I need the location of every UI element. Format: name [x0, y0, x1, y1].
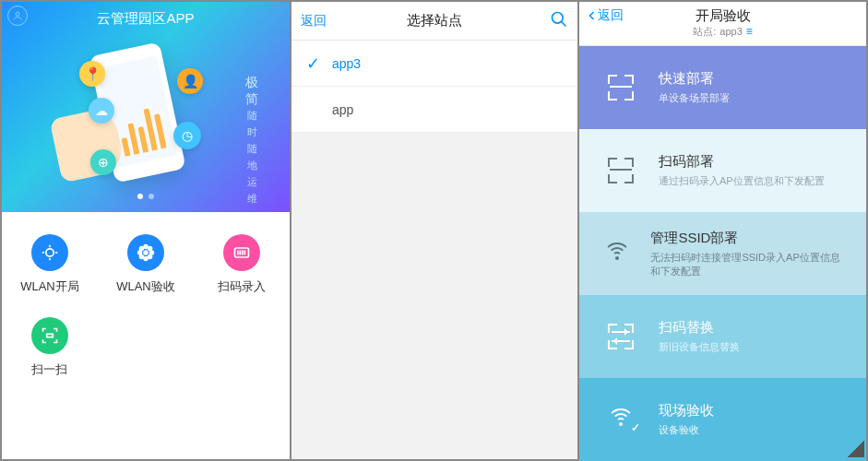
home-tile-3[interactable]: 扫一扫 — [2, 308, 98, 391]
card-title: 现场验收 — [659, 402, 714, 420]
svg-point-0 — [16, 12, 19, 16]
deploy-card-0[interactable]: 快速部署单设备场景部署 — [579, 46, 866, 129]
wifi-check-icon — [600, 408, 642, 431]
site-name: app3 — [332, 56, 361, 71]
home-titlebar: 云管理园区APP — [2, 2, 290, 30]
orb-icon: 📍 — [79, 61, 105, 87]
orb-icon: ◷ — [173, 122, 201, 149]
home-tile-2[interactable]: 扫码录入 — [194, 225, 290, 308]
site-subtitle: 站点:app3 ≡ — [693, 25, 753, 39]
tile-label: WLAN开局 — [20, 278, 79, 295]
card-title: 快速部署 — [659, 70, 730, 88]
site-navbar: 返回 选择站点 — [291, 2, 577, 41]
deploy-card-2[interactable]: 管理SSID部署无法扫码时连接管理SSID录入AP位置信息和下发配置 — [579, 212, 866, 295]
card-subtitle: 无法扫码时连接管理SSID录入AP位置信息和下发配置 — [650, 251, 846, 278]
flower-icon — [127, 234, 164, 271]
svg-rect-16 — [47, 334, 54, 337]
card-subtitle: 通过扫码录入AP位置信息和下发配置 — [659, 174, 825, 188]
barcode-icon — [223, 234, 260, 271]
svg-point-2 — [143, 250, 149, 255]
site-select-panel: 返回 选择站点 ✓app3✓app — [291, 2, 579, 459]
orb-icon: 👤 — [177, 68, 203, 94]
card-subtitle: 单设备场景部署 — [659, 91, 730, 105]
orb-icon: ⊕ — [90, 149, 116, 175]
qr-icon — [31, 317, 68, 354]
card-title: 扫码部署 — [659, 153, 825, 171]
deploy-navbar: 返回 开局验收 站点:app3 ≡ — [579, 2, 866, 46]
home-tile-1[interactable]: WLAN验收 — [98, 225, 194, 308]
site-row[interactable]: ✓app — [291, 87, 577, 133]
scan-bracket-icon — [600, 158, 642, 183]
tile-label: 扫一扫 — [31, 361, 67, 378]
tile-label: WLAN验收 — [116, 278, 175, 295]
orb-icon: ☁ — [89, 98, 114, 124]
deploy-card-3[interactable]: 扫码替换新旧设备信息替换 — [579, 295, 866, 378]
tile-label: 扫码录入 — [218, 278, 266, 295]
scan-icon — [31, 234, 68, 271]
site-name: app — [332, 102, 353, 117]
card-title: 扫码替换 — [659, 319, 740, 337]
back-button[interactable]: 返回 — [587, 7, 624, 24]
scan-bracket-icon — [600, 75, 642, 100]
home-panel: 云管理园区APP 📍 ☁ ⊕ 👤 ◷ 极 简 随 时 随 地 运 维 WLAN开… — [2, 2, 291, 459]
app-title: 云管理园区APP — [97, 10, 194, 28]
page-title: 开局验收 — [696, 7, 751, 25]
svg-point-1 — [46, 249, 54, 256]
svg-point-7 — [139, 246, 145, 252]
site-menu-icon[interactable]: ≡ — [746, 25, 753, 38]
hero-banner: 云管理园区APP 📍 ☁ ⊕ 👤 ◷ 极 简 随 时 随 地 运 维 — [2, 2, 290, 212]
deploy-options: 快速部署单设备场景部署扫码部署通过扫码录入AP位置信息和下发配置管理SSID部署… — [579, 46, 866, 461]
home-tile-0[interactable]: WLAN开局 — [2, 225, 98, 308]
resize-corner-icon — [848, 441, 864, 457]
card-title: 管理SSID部署 — [650, 230, 846, 247]
svg-point-9 — [139, 254, 145, 260]
home-grid: WLAN开局WLAN验收扫码录入扫一扫 — [2, 212, 290, 391]
search-icon[interactable] — [550, 10, 568, 32]
deploy-card-4[interactable]: 现场验收设备验收 — [579, 378, 866, 461]
check-icon: ✓ — [306, 53, 328, 74]
deploy-panel: 返回 开局验收 站点:app3 ≡ 快速部署单设备场景部署扫码部署通过扫码录入A… — [579, 2, 866, 459]
site-row[interactable]: ✓app3 — [291, 41, 577, 87]
deploy-card-1[interactable]: 扫码部署通过扫码录入AP位置信息和下发配置 — [579, 129, 866, 212]
card-subtitle: 新旧设备信息替换 — [659, 340, 740, 354]
carousel-dots[interactable] — [2, 186, 290, 203]
page-title: 选择站点 — [407, 12, 462, 30]
svg-point-17 — [553, 12, 564, 23]
scan-exchange-icon — [600, 324, 642, 349]
svg-point-10 — [148, 254, 153, 260]
svg-point-8 — [148, 246, 153, 252]
wifi-icon — [600, 242, 634, 265]
site-list: ✓app3✓app — [291, 41, 577, 133]
svg-line-18 — [562, 21, 566, 26]
card-subtitle: 设备验收 — [659, 423, 714, 437]
avatar-icon[interactable] — [7, 6, 28, 26]
back-button[interactable]: 返回 — [301, 13, 327, 30]
